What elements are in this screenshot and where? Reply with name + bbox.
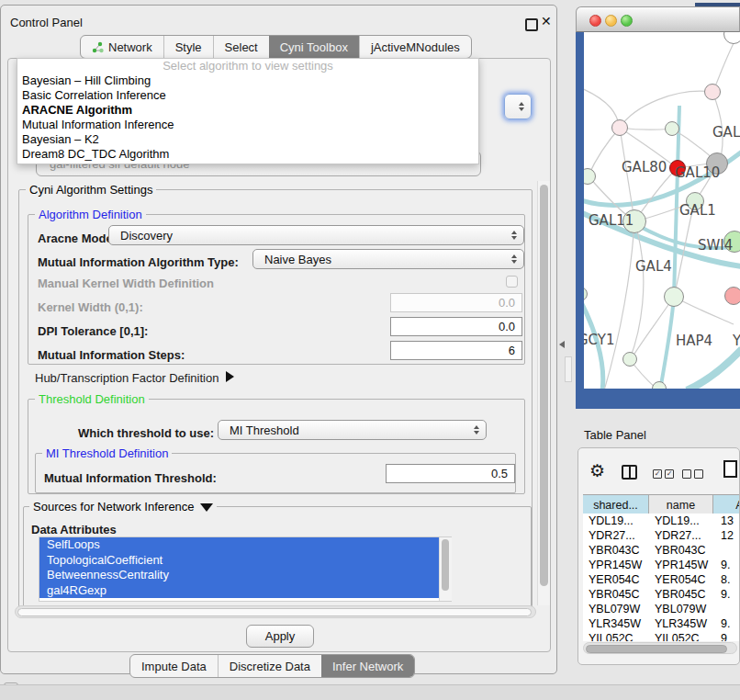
kernel-width-input[interactable]: 0.0 bbox=[390, 293, 522, 312]
tab-select[interactable]: Select bbox=[213, 36, 269, 58]
cell: YIL052C bbox=[649, 632, 713, 641]
network-node[interactable] bbox=[622, 352, 637, 367]
node-label: GAL80 bbox=[622, 159, 667, 175]
column-header[interactable]: name bbox=[649, 495, 713, 514]
panel-resize-arrow-icon[interactable] bbox=[559, 341, 565, 348]
deselect-all-columns-icon[interactable] bbox=[682, 469, 703, 479]
dropdown-item[interactable]: Mutual Information Inference bbox=[17, 118, 478, 132]
node-label: GAL1 bbox=[679, 202, 716, 219]
tab-cyni-toolbox[interactable]: Cyni Toolbox bbox=[269, 36, 359, 58]
mutual-information-threshold-value: 0.5 bbox=[491, 467, 508, 480]
attributes-list-scrollbar-thumb[interactable] bbox=[442, 539, 449, 591]
manual-kernel-width-checkbox[interactable] bbox=[506, 276, 518, 288]
tab-network[interactable]: Network bbox=[81, 36, 163, 58]
cell: YPR145W bbox=[583, 559, 649, 571]
float-window-icon[interactable] bbox=[525, 18, 538, 31]
table-row[interactable]: YLR345WYLR345W9. bbox=[583, 616, 740, 631]
aracne-mode-value: Discovery bbox=[120, 229, 173, 243]
cell: YDR27... bbox=[583, 529, 649, 542]
table-hscrollbar-thumb[interactable] bbox=[586, 645, 727, 653]
mi-algorithm-type-combobox[interactable]: Naive Bayes bbox=[252, 249, 524, 269]
table-row[interactable]: YPR145WYPR145W9. bbox=[583, 558, 740, 572]
cell: YBR045C bbox=[583, 588, 649, 601]
settings-hscrollbar[interactable] bbox=[15, 605, 536, 618]
minimize-traffic-light[interactable] bbox=[605, 15, 617, 27]
mutual-information-threshold-input[interactable]: 0.5 bbox=[386, 464, 515, 483]
column-header[interactable]: shared... bbox=[583, 495, 649, 514]
sources-toggle[interactable]: Sources for Network Inference bbox=[29, 500, 217, 514]
node-label: GAL4 bbox=[635, 258, 672, 275]
table-row[interactable]: YER054CYER054C8. bbox=[583, 572, 740, 587]
settings-scrollbar[interactable] bbox=[537, 181, 550, 605]
network-node[interactable] bbox=[704, 84, 721, 100]
cell: YDL19... bbox=[583, 514, 649, 527]
dpi-tolerance-input[interactable]: 0.0 bbox=[390, 317, 522, 336]
table-panel-title: Table Panel bbox=[584, 428, 646, 442]
tab-impute-data[interactable]: Impute Data bbox=[130, 655, 218, 677]
zoom-traffic-light[interactable] bbox=[621, 15, 633, 27]
algorithm-combobox-fragment[interactable] bbox=[504, 94, 532, 119]
cell: YIL052C bbox=[583, 632, 649, 641]
which-threshold-combobox[interactable]: MI Threshold bbox=[218, 420, 487, 440]
dropdown-item-selected[interactable]: ARACNE Algorithm bbox=[17, 103, 478, 118]
stepper-arrows-icon bbox=[511, 254, 517, 264]
select-all-columns-icon[interactable]: ✓ ✓ bbox=[653, 469, 674, 479]
checked-box-icon: ✓ bbox=[653, 469, 662, 479]
cyni-bottom-tabbar: Impute Data Discretize Data Infer Networ… bbox=[129, 654, 415, 678]
collapse-arrow-icon bbox=[200, 503, 213, 512]
network-node[interactable] bbox=[664, 287, 684, 307]
list-item[interactable]: SelfLoops bbox=[39, 537, 440, 553]
table-hscrollbar[interactable] bbox=[583, 642, 737, 654]
data-attributes-label: Data Attributes bbox=[31, 523, 117, 536]
node-label: HAP4 bbox=[676, 333, 712, 349]
table-row[interactable]: YBR045CYBR045C9. bbox=[583, 587, 740, 602]
columns-icon[interactable] bbox=[622, 465, 637, 480]
network-node[interactable] bbox=[611, 119, 628, 136]
network-node[interactable] bbox=[665, 121, 679, 136]
cell: 9. bbox=[713, 559, 740, 571]
dropdown-item[interactable]: Dream8 DC_TDC Algorithm bbox=[17, 147, 478, 162]
attributes-list-scrollbar[interactable] bbox=[439, 537, 452, 601]
tab-style[interactable]: Style bbox=[163, 36, 213, 58]
aracne-mode-combobox[interactable]: Discovery bbox=[108, 225, 524, 245]
list-item[interactable]: gal4RGexp bbox=[39, 583, 440, 599]
tab-jactivemnodules[interactable]: jActiveMNodules bbox=[359, 36, 471, 58]
mi-steps-input[interactable]: 6 bbox=[390, 341, 522, 360]
list-item[interactable]: BetweennessCentrality bbox=[39, 568, 440, 583]
control-panel-title: Control Panel bbox=[10, 16, 83, 29]
network-window-titlebar[interactable] bbox=[576, 6, 740, 32]
network-node[interactable] bbox=[724, 287, 740, 305]
panel-resize-handle[interactable] bbox=[565, 356, 572, 382]
table-row[interactable]: YDR27...YDR27...12 bbox=[583, 528, 740, 543]
cell: YBL079W bbox=[583, 603, 649, 615]
cell: 12 bbox=[713, 529, 740, 542]
close-icon[interactable]: ✕ bbox=[541, 14, 552, 28]
node-label: GAL10 bbox=[675, 164, 720, 181]
tab-infer-network[interactable]: Infer Network bbox=[321, 655, 414, 677]
cell: 9 bbox=[713, 632, 740, 641]
gear-icon[interactable]: ⚙ bbox=[589, 462, 605, 480]
dropdown-item[interactable]: Bayesian – K2 bbox=[17, 132, 478, 147]
list-item[interactable]: TopologicalCoefficient bbox=[39, 553, 440, 569]
dropdown-item[interactable]: Bayesian – Hill Climbing bbox=[17, 73, 478, 88]
cell: YBR045C bbox=[649, 588, 713, 601]
export-table-icon[interactable] bbox=[723, 460, 737, 478]
close-traffic-light[interactable] bbox=[589, 15, 601, 27]
apply-button[interactable]: Apply bbox=[246, 625, 314, 648]
algorithm-dropdown-list: Select algorithm to view settings Bayesi… bbox=[17, 58, 479, 164]
network-graph-icon bbox=[92, 41, 104, 53]
table-row[interactable]: YBR043CYBR043C bbox=[583, 543, 740, 558]
table-row[interactable]: YBL079WYBL079W bbox=[583, 602, 740, 616]
table-row[interactable]: YDL19...YDL19...13 bbox=[583, 514, 740, 528]
column-header[interactable]: A bbox=[713, 495, 740, 514]
table-row[interactable]: YIL052CYIL052C9 bbox=[583, 631, 740, 641]
settings-scrollbar-thumb[interactable] bbox=[540, 185, 548, 586]
settings-hscrollbar-thumb[interactable] bbox=[17, 608, 532, 616]
hub-definition-toggle[interactable]: Hub/Transcription Factor Definition bbox=[35, 371, 234, 385]
dropdown-item[interactable]: Basic Correlation Inference bbox=[17, 88, 478, 103]
cell: 9. bbox=[713, 617, 740, 630]
node-label: SWI4 bbox=[698, 237, 733, 254]
mutual-information-threshold-label: Mutual Information Threshold: bbox=[44, 471, 217, 485]
tab-discretize-data[interactable]: Discretize Data bbox=[218, 655, 321, 677]
network-canvas[interactable]: GAL80 GAL10 GAL1 GAL11 SWI4 GAL4 GAL7 GC… bbox=[584, 32, 740, 389]
